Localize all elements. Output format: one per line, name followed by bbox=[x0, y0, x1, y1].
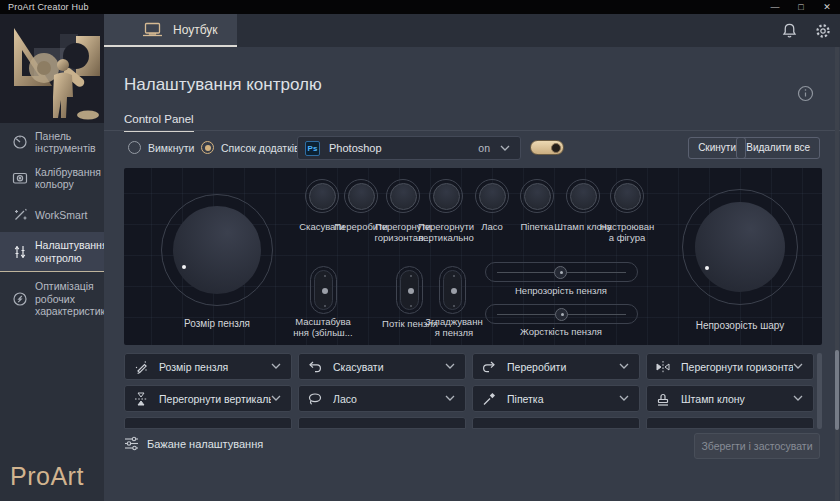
slider-brush-hardness bbox=[485, 304, 638, 324]
tab-laptop-label: Ноутбук bbox=[173, 23, 218, 37]
sidebar-item-control-settings[interactable]: Налаштування контролю bbox=[0, 232, 104, 272]
chevron-down-icon bbox=[793, 395, 803, 402]
dropdown-brush-size[interactable]: Розмір пензля bbox=[124, 353, 292, 380]
dropdown-redo[interactable]: Переробити bbox=[472, 353, 640, 380]
dropdown-eyedropper[interactable]: Піпетка bbox=[472, 385, 640, 412]
button-undo bbox=[305, 179, 339, 213]
button-flip-horizontal bbox=[386, 179, 420, 213]
radio-circle bbox=[128, 141, 141, 154]
app-select[interactable]: Ps Photoshop on bbox=[297, 136, 521, 160]
preferred-settings-link[interactable]: Бажане налаштування bbox=[124, 436, 263, 451]
page-title: Налаштування контролю bbox=[124, 75, 322, 95]
button-clone-stamp bbox=[566, 179, 600, 213]
button-redo bbox=[344, 179, 378, 213]
gear-icon bbox=[814, 22, 832, 40]
dropdown-flip-horizontal[interactable]: Перегорнути горизонтально bbox=[646, 353, 814, 380]
dropdown-label: Скасувати bbox=[333, 361, 445, 373]
sidebar-item-label: WorkSmart bbox=[35, 209, 87, 222]
chevron-down-icon bbox=[619, 363, 629, 370]
window-title: ProArt Creator Hub bbox=[8, 2, 89, 12]
tab-laptop[interactable]: Ноутбук bbox=[104, 14, 237, 47]
pill-zoom bbox=[310, 266, 337, 314]
radio-disable[interactable]: Вимкнути bbox=[128, 141, 194, 154]
sidebar-item-label: Оптимізація робочих характеристик bbox=[35, 280, 105, 318]
maximize-button[interactable]: □ bbox=[788, 0, 814, 14]
radio-app-list[interactable]: Список додатків bbox=[201, 141, 300, 154]
info-icon bbox=[797, 85, 814, 102]
close-button[interactable]: ✕ bbox=[814, 0, 840, 14]
app-toggle[interactable] bbox=[530, 140, 564, 155]
chevron-down-icon bbox=[445, 395, 455, 402]
button-lasso bbox=[475, 179, 509, 213]
button-eyedropper bbox=[520, 179, 554, 213]
dropdown-clone-stamp[interactable]: Штамп клону bbox=[646, 385, 814, 412]
pill-brush-smoothing bbox=[439, 266, 466, 314]
settings-button[interactable] bbox=[806, 14, 840, 47]
radio-circle bbox=[201, 141, 214, 154]
chevron-down-icon bbox=[500, 145, 510, 152]
chevron-down-icon bbox=[619, 395, 629, 402]
dropdown-clipped[interactable] bbox=[124, 417, 292, 429]
dropdown-label: Штамп клону bbox=[681, 393, 793, 405]
dropdown-clipped[interactable] bbox=[472, 417, 640, 429]
button-flip-vertical bbox=[429, 179, 463, 213]
window-titlebar: ProArt Creator Hub — □ ✕ bbox=[0, 0, 840, 14]
control-layout-panel: Розмір пензля Скасувати Переробити Перег… bbox=[124, 168, 822, 345]
chevron-down-icon bbox=[271, 363, 281, 370]
dropdown-flip-vertical[interactable]: Перегорнути вертикально bbox=[124, 385, 292, 412]
list-scrollbar[interactable] bbox=[817, 353, 822, 429]
lasso-icon bbox=[307, 391, 323, 407]
app-window: ProArt Creator Hub — □ ✕ bbox=[0, 0, 840, 501]
dropdown-clipped[interactable] bbox=[298, 417, 466, 429]
device-tab-bar: Ноутбук bbox=[104, 14, 840, 47]
main-content: Налаштування контролю Control Panel Вимк… bbox=[104, 47, 840, 501]
chevron-down-icon bbox=[793, 363, 803, 370]
minimize-button[interactable]: — bbox=[762, 0, 788, 14]
save-apply-button[interactable]: Зберегти і застосувати bbox=[694, 433, 820, 459]
dropdown-undo[interactable]: Скасувати bbox=[298, 353, 466, 380]
laptop-icon bbox=[142, 21, 163, 38]
dropdown-label: Перегорнути горизонтально bbox=[681, 361, 793, 373]
pill-label: Масштабува ння (збільш... bbox=[291, 316, 355, 338]
photoshop-icon: Ps bbox=[305, 141, 320, 156]
eyedropper-icon bbox=[481, 391, 497, 407]
bell-icon bbox=[781, 22, 798, 39]
sidebar-item-worksmart[interactable]: WorkSmart bbox=[0, 202, 104, 228]
subtab-divider bbox=[104, 130, 840, 131]
color-calibration-icon bbox=[12, 170, 28, 186]
preferred-settings-label: Бажане налаштування bbox=[147, 438, 263, 450]
brush-size-dial-face bbox=[173, 206, 261, 294]
dropdown-label: Піпетка bbox=[507, 393, 619, 405]
dropdown-label: Розмір пензля bbox=[159, 361, 271, 373]
brush-size-dial-label: Розмір пензля bbox=[157, 318, 277, 329]
sidebar-item-dashboard[interactable]: Панель інструментів bbox=[0, 124, 104, 160]
page-scrollbar[interactable] bbox=[835, 350, 839, 430]
dropdown-label: Ласо bbox=[333, 393, 445, 405]
button-custom-shape bbox=[610, 179, 644, 213]
brand-artwork bbox=[0, 14, 104, 123]
dropdown-clipped[interactable] bbox=[646, 417, 814, 429]
sidebar: Панель інструментів Калібрування кольору… bbox=[0, 14, 104, 501]
app-state: on bbox=[478, 142, 490, 154]
sidebar-item-label: Калібрування кольору bbox=[35, 166, 101, 191]
delete-all-button[interactable]: Видалити все bbox=[736, 137, 820, 159]
flip-vertical-icon bbox=[133, 391, 149, 407]
notifications-button[interactable] bbox=[772, 14, 806, 47]
performance-icon bbox=[12, 291, 28, 307]
sidebar-item-label: Панель інструментів bbox=[35, 130, 96, 155]
toggle-knob bbox=[551, 143, 561, 153]
slider-label: Непрозорість пензля bbox=[500, 285, 622, 296]
dropdown-lasso[interactable]: Ласо bbox=[298, 385, 466, 412]
chevron-down-icon bbox=[445, 363, 455, 370]
app-name: Photoshop bbox=[329, 142, 478, 154]
dial-marker-dot bbox=[705, 266, 709, 270]
brush-icon bbox=[133, 359, 149, 375]
sidebar-item-performance-optimization[interactable]: Оптимізація робочих характеристик bbox=[0, 274, 104, 324]
pill-brush-flow bbox=[396, 266, 423, 314]
dial-marker-dot bbox=[182, 265, 186, 269]
control-settings-icon bbox=[12, 244, 28, 260]
sidebar-item-color-calibration[interactable]: Калібрування кольору bbox=[0, 160, 104, 196]
info-button[interactable] bbox=[797, 85, 814, 102]
proart-logo: ProArt bbox=[10, 462, 84, 491]
page-scrollbar-track bbox=[835, 47, 839, 501]
